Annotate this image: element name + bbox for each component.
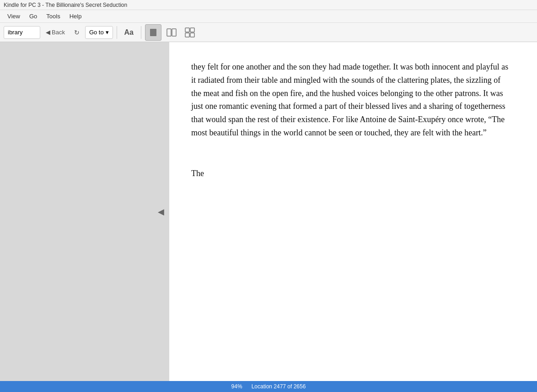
left-arrow-icon: ◀ bbox=[158, 207, 164, 217]
library-label: ibrary bbox=[8, 29, 23, 36]
goto-label: Go to bbox=[89, 29, 104, 36]
location-info: Location 2477 of 2656 bbox=[252, 383, 306, 390]
left-panel: ◀ bbox=[0, 42, 169, 381]
book-paragraph-1: they felt for one another and the son th… bbox=[191, 60, 511, 140]
svg-rect-5 bbox=[185, 33, 189, 37]
font-label: Aa bbox=[124, 28, 133, 37]
two-page-icon bbox=[166, 27, 177, 38]
refresh-button[interactable]: ↻ bbox=[70, 26, 83, 39]
library-dropdown[interactable]: ibrary bbox=[4, 26, 40, 39]
menu-bar: View Go Tools Help bbox=[0, 10, 537, 23]
toolbar: ibrary ◀ Back ↻ Go to Aa bbox=[0, 23, 537, 42]
progress-percent: 94% bbox=[231, 383, 242, 390]
menu-view[interactable]: View bbox=[4, 11, 24, 21]
goto-button[interactable]: Go to bbox=[85, 26, 113, 39]
main-content: ◀ they felt for one another and the son … bbox=[0, 42, 537, 381]
menu-tools[interactable]: Tools bbox=[43, 11, 64, 21]
toolbar-separator-2 bbox=[141, 26, 141, 39]
book-text: they felt for one another and the son th… bbox=[191, 60, 511, 180]
refresh-icon: ↻ bbox=[74, 29, 80, 36]
single-page-icon bbox=[148, 27, 158, 38]
back-arrow-icon: ◀ bbox=[46, 29, 50, 36]
chapter-start-word: The bbox=[191, 167, 511, 180]
two-page-view-button[interactable] bbox=[163, 24, 180, 41]
menu-help[interactable]: Help bbox=[66, 11, 86, 21]
status-bar: 94% Location 2477 of 2656 bbox=[0, 381, 537, 392]
toolbar-separator-1 bbox=[117, 26, 117, 39]
back-label: Back bbox=[52, 29, 65, 36]
svg-rect-6 bbox=[190, 33, 194, 37]
menu-go[interactable]: Go bbox=[26, 11, 41, 21]
back-button[interactable]: ◀ Back bbox=[42, 27, 69, 37]
reading-area: they felt for one another and the son th… bbox=[169, 42, 537, 381]
grid-view-icon bbox=[184, 27, 195, 38]
svg-rect-0 bbox=[150, 29, 156, 36]
svg-rect-3 bbox=[185, 28, 189, 32]
single-page-view-button[interactable] bbox=[145, 24, 161, 41]
window-title: Kindle for PC 3 - The Billionaire's Secr… bbox=[4, 2, 127, 8]
previous-page-button[interactable]: ◀ bbox=[156, 204, 166, 220]
grid-view-button[interactable] bbox=[182, 24, 198, 41]
svg-rect-1 bbox=[167, 29, 171, 36]
chevron-down-icon bbox=[106, 29, 109, 36]
title-bar: Kindle for PC 3 - The Billionaire's Secr… bbox=[0, 0, 537, 10]
svg-rect-2 bbox=[172, 29, 176, 36]
svg-rect-4 bbox=[190, 28, 194, 32]
font-settings-button[interactable]: Aa bbox=[121, 26, 137, 39]
